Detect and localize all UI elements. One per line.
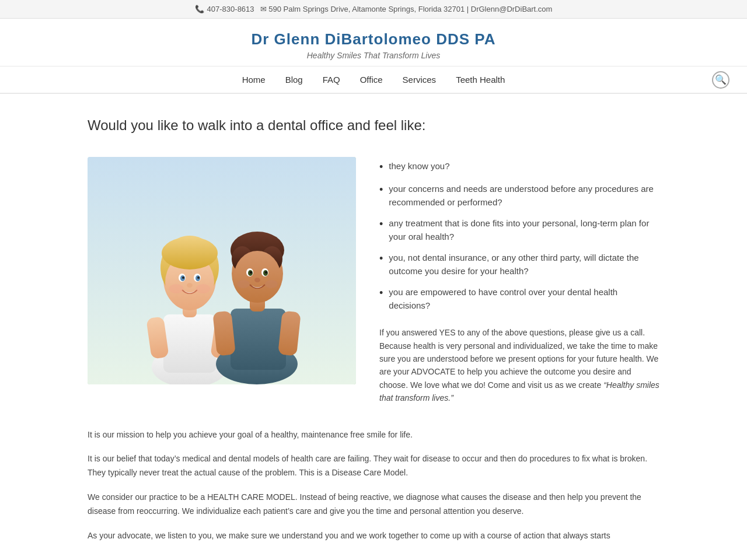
nav-faq[interactable]: FAQ	[322, 72, 341, 87]
svg-point-31	[254, 278, 260, 282]
bullet-content: they know you? your concerns and needs a…	[379, 157, 659, 405]
mission-p2: It is our belief that today’s medical an…	[88, 452, 659, 480]
nav-home[interactable]: Home	[241, 72, 267, 87]
nav-blog[interactable]: Blog	[284, 72, 304, 87]
couple-illustration	[88, 157, 356, 384]
mail-icon: ✉	[260, 5, 267, 13]
svg-point-13	[197, 276, 200, 279]
nav-teeth-health[interactable]: Teeth Health	[455, 72, 506, 87]
top-bar: 📞 407-830-8613 ✉ 590 Palm Springs Drive,…	[0, 0, 747, 19]
svg-rect-18	[231, 309, 286, 370]
site-tagline: Healthy Smiles That Transform Lives	[12, 51, 735, 60]
search-icon: 🔍	[715, 74, 727, 85]
address-info: ✉ 590 Palm Springs Drive, Altamonte Spri…	[260, 5, 553, 13]
svg-point-30	[265, 271, 267, 274]
svg-point-7	[162, 237, 218, 270]
phone-icon: 📞	[195, 5, 204, 13]
svg-point-34	[169, 284, 183, 293]
svg-point-37	[265, 280, 278, 288]
hero-image	[88, 157, 356, 384]
svg-rect-2	[163, 314, 216, 373]
mission-p4: As your advocate, we listen to you, we m…	[88, 529, 659, 543]
search-button[interactable]: 🔍	[712, 71, 729, 89]
site-header: Dr Glenn DiBartolomeo DDS PA Healthy Smi…	[0, 19, 747, 66]
two-column-section: they know you? your concerns and needs a…	[88, 157, 659, 405]
advocacy-paragraph: If you answered YES to any of the above …	[379, 326, 659, 404]
address-text: 590 Palm Springs Drive, Altamonte Spring…	[268, 5, 552, 13]
bullet-item: any treatment that is done fits into you…	[379, 217, 659, 243]
svg-point-29	[250, 271, 252, 274]
nav-services[interactable]: Services	[402, 72, 438, 87]
svg-point-24	[234, 251, 281, 302]
mission-p3: We consider our practice to be a HEALTH …	[88, 491, 659, 519]
phone-number: 407-830-8613	[207, 5, 254, 13]
bullet-item: you, not dental insurance, or any other …	[379, 251, 659, 278]
phone-info: 📞 407-830-8613	[195, 5, 254, 13]
svg-point-36	[237, 280, 250, 288]
main-content: Would you like to walk into a dental off…	[53, 94, 694, 560]
svg-point-12	[182, 276, 184, 279]
doctor-name: Dr Glenn DiBartolomeo DDS PA	[12, 30, 735, 48]
svg-point-14	[187, 283, 193, 288]
bullet-list: they know you? your concerns and needs a…	[379, 160, 659, 312]
svg-point-35	[196, 284, 210, 293]
page-heading: Would you like to walk into a dental off…	[88, 117, 659, 134]
mission-section: It is our mission to help you achieve yo…	[88, 428, 659, 543]
bullet-item: they know you?	[379, 160, 659, 174]
nav-office[interactable]: Office	[359, 72, 384, 87]
bullet-item: your concerns and needs are understood b…	[379, 183, 659, 209]
bullet-item: you are empowered to have control over y…	[379, 286, 659, 312]
main-nav: Home Blog FAQ Office Services Teeth Heal…	[0, 66, 747, 94]
mission-p1: It is our mission to help you achieve yo…	[88, 428, 659, 442]
